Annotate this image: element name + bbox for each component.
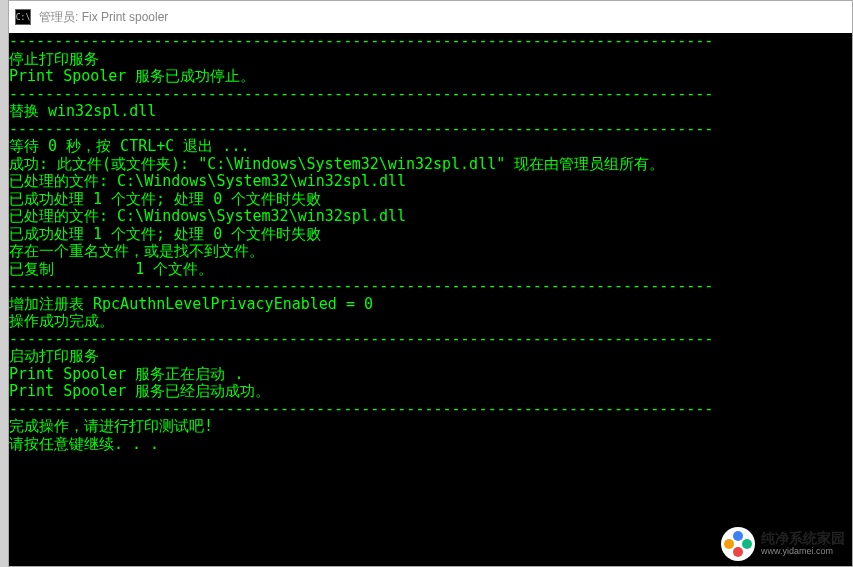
console-line: ----------------------------------------… bbox=[9, 86, 852, 104]
window-title: 管理员: Fix Print spooler bbox=[39, 9, 168, 26]
console-line: 操作成功完成。 bbox=[9, 313, 852, 331]
console-line: 等待 0 秒，按 CTRL+C 退出 ... bbox=[9, 138, 852, 156]
console-line: 已处理的文件: C:\Windows\System32\win32spl.dll bbox=[9, 173, 852, 191]
console-line: ----------------------------------------… bbox=[9, 331, 852, 349]
titlebar[interactable]: C:\ 管理员: Fix Print spooler bbox=[9, 1, 852, 33]
console-line: 已处理的文件: C:\Windows\System32\win32spl.dll bbox=[9, 208, 852, 226]
console-line: 完成操作，请进行打印测试吧! bbox=[9, 418, 852, 436]
console-line: ----------------------------------------… bbox=[9, 401, 852, 419]
console-line: 启动打印服务 bbox=[9, 348, 852, 366]
console-line: 停止打印服务 bbox=[9, 51, 852, 69]
console-line: 增加注册表 RpcAuthnLevelPrivacyEnabled = 0 bbox=[9, 296, 852, 314]
console-line: 已复制 1 个文件。 bbox=[9, 261, 852, 279]
console-line: Print Spooler 服务已成功停止。 bbox=[9, 68, 852, 86]
watermark-url: www.yidamei.com bbox=[761, 547, 845, 557]
console-line: 存在一个重名文件，或是找不到文件。 bbox=[9, 243, 852, 261]
console-line: ----------------------------------------… bbox=[9, 121, 852, 139]
console-line: ----------------------------------------… bbox=[9, 278, 852, 296]
console-line: Print Spooler 服务已经启动成功。 bbox=[9, 383, 852, 401]
console-line: 已成功处理 1 个文件; 处理 0 个文件时失败 bbox=[9, 226, 852, 244]
console-line: 请按任意键继续. . . bbox=[9, 436, 852, 454]
console-output[interactable]: ----------------------------------------… bbox=[9, 33, 852, 566]
console-line: 替换 win32spl.dll bbox=[9, 103, 852, 121]
console-line: 成功: 此文件(或文件夹): "C:\Windows\System32\win3… bbox=[9, 156, 852, 174]
watermark-logo-icon bbox=[721, 527, 755, 561]
console-line: ----------------------------------------… bbox=[9, 33, 852, 51]
cmd-icon: C:\ bbox=[15, 9, 31, 25]
watermark: 纯净系统家园 www.yidamei.com bbox=[721, 527, 845, 561]
console-window: C:\ 管理员: Fix Print spooler -------------… bbox=[8, 0, 853, 567]
watermark-name: 纯净系统家园 bbox=[761, 531, 845, 546]
console-line: Print Spooler 服务正在启动 . bbox=[9, 366, 852, 384]
console-line: 已成功处理 1 个文件; 处理 0 个文件时失败 bbox=[9, 191, 852, 209]
